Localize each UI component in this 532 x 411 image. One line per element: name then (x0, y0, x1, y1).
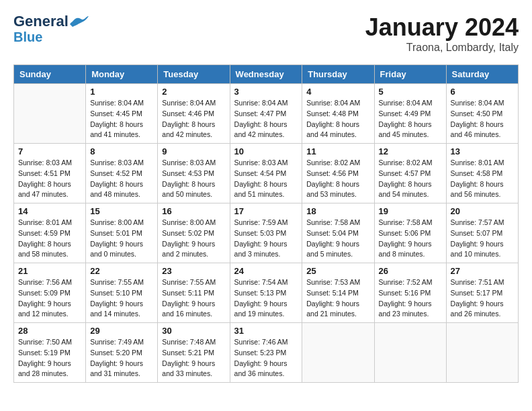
day-number: 11 (306, 146, 369, 156)
calendar-cell: 16Sunrise: 8:00 AMSunset: 5:02 PMDayligh… (158, 203, 230, 263)
day-info: Sunrise: 7:57 AMSunset: 5:07 PMDaylight:… (451, 218, 514, 260)
calendar-cell: 10Sunrise: 8:03 AMSunset: 4:54 PMDayligh… (230, 144, 302, 203)
calendar-cell: 5Sunrise: 8:04 AMSunset: 4:49 PMDaylight… (374, 84, 446, 144)
calendar-header-row: SundayMondayTuesdayWednesdayThursdayFrid… (14, 65, 519, 84)
day-of-week-header: Friday (374, 65, 446, 84)
day-of-week-header: Monday (86, 65, 158, 84)
day-info: Sunrise: 8:02 AMSunset: 4:56 PMDaylight:… (306, 158, 369, 200)
day-info: Sunrise: 8:03 AMSunset: 4:53 PMDaylight:… (162, 158, 225, 200)
calendar-cell: 2Sunrise: 8:04 AMSunset: 4:46 PMDaylight… (158, 84, 230, 144)
day-number: 30 (162, 326, 225, 336)
calendar-cell: 28Sunrise: 7:50 AMSunset: 5:19 PMDayligh… (14, 323, 86, 383)
day-number: 18 (306, 206, 369, 216)
day-number: 7 (18, 146, 81, 156)
day-number: 19 (379, 206, 442, 216)
day-info: Sunrise: 7:46 AMSunset: 5:23 PMDaylight:… (234, 337, 298, 379)
day-of-week-header: Sunday (14, 65, 86, 84)
day-number: 22 (90, 266, 153, 276)
calendar-cell: 18Sunrise: 7:58 AMSunset: 5:04 PMDayligh… (302, 203, 374, 263)
calendar-cell (446, 323, 518, 383)
day-info: Sunrise: 8:01 AMSunset: 4:59 PMDaylight:… (18, 218, 81, 260)
calendar-week-row: 1Sunrise: 8:04 AMSunset: 4:45 PMDaylight… (14, 84, 519, 144)
day-info: Sunrise: 7:58 AMSunset: 5:06 PMDaylight:… (379, 218, 442, 260)
calendar-cell: 25Sunrise: 7:53 AMSunset: 5:14 PMDayligh… (302, 263, 374, 323)
day-number: 29 (90, 326, 153, 336)
day-number: 16 (162, 206, 225, 216)
calendar-cell: 8Sunrise: 8:03 AMSunset: 4:52 PMDaylight… (86, 144, 158, 203)
calendar-week-row: 7Sunrise: 8:03 AMSunset: 4:51 PMDaylight… (14, 144, 519, 203)
calendar-cell: 31Sunrise: 7:46 AMSunset: 5:23 PMDayligh… (230, 323, 302, 383)
day-of-week-header: Thursday (302, 65, 374, 84)
day-info: Sunrise: 7:53 AMSunset: 5:14 PMDaylight:… (306, 277, 369, 320)
day-of-week-header: Saturday (446, 65, 518, 84)
day-number: 2 (162, 87, 225, 97)
location: Traona, Lombardy, Italy (365, 42, 519, 54)
calendar-cell (374, 323, 446, 383)
day-info: Sunrise: 7:50 AMSunset: 5:19 PMDaylight:… (18, 337, 81, 379)
calendar-cell: 13Sunrise: 8:01 AMSunset: 4:58 PMDayligh… (446, 144, 518, 203)
day-number: 27 (451, 266, 514, 276)
calendar-cell: 14Sunrise: 8:01 AMSunset: 4:59 PMDayligh… (14, 203, 86, 263)
day-info: Sunrise: 8:04 AMSunset: 4:45 PMDaylight:… (90, 98, 153, 140)
calendar-cell: 27Sunrise: 7:51 AMSunset: 5:17 PMDayligh… (446, 263, 518, 323)
day-number: 12 (379, 146, 442, 156)
day-number: 23 (162, 266, 225, 276)
day-info: Sunrise: 8:00 AMSunset: 5:01 PMDaylight:… (90, 218, 153, 260)
day-number: 17 (234, 206, 298, 216)
day-info: Sunrise: 8:04 AMSunset: 4:49 PMDaylight:… (379, 98, 442, 140)
calendar-cell: 20Sunrise: 7:57 AMSunset: 5:07 PMDayligh… (446, 203, 518, 263)
day-info: Sunrise: 7:52 AMSunset: 5:16 PMDaylight:… (379, 277, 442, 320)
day-number: 8 (90, 146, 153, 156)
day-number: 20 (451, 206, 514, 216)
day-info: Sunrise: 8:02 AMSunset: 4:57 PMDaylight:… (379, 158, 442, 200)
day-number: 14 (18, 206, 81, 216)
day-info: Sunrise: 8:00 AMSunset: 5:02 PMDaylight:… (162, 218, 225, 260)
logo-bird-icon (70, 15, 89, 28)
calendar-week-row: 21Sunrise: 7:56 AMSunset: 5:09 PMDayligh… (14, 263, 519, 323)
day-info: Sunrise: 8:04 AMSunset: 4:47 PMDaylight:… (234, 98, 298, 140)
title-section: January 2024 Traona, Lombardy, Italy (365, 13, 519, 54)
calendar-week-row: 28Sunrise: 7:50 AMSunset: 5:19 PMDayligh… (14, 323, 519, 383)
day-info: Sunrise: 7:55 AMSunset: 5:11 PMDaylight:… (162, 277, 225, 320)
calendar-cell: 7Sunrise: 8:03 AMSunset: 4:51 PMDaylight… (14, 144, 86, 203)
day-number: 9 (162, 146, 225, 156)
calendar-cell: 21Sunrise: 7:56 AMSunset: 5:09 PMDayligh… (14, 263, 86, 323)
logo-general: General (13, 13, 69, 30)
day-number: 6 (451, 87, 514, 97)
day-number: 28 (18, 326, 81, 336)
day-number: 5 (379, 87, 442, 97)
day-number: 21 (18, 266, 81, 276)
calendar-table: SundayMondayTuesdayWednesdayThursdayFrid… (13, 64, 519, 383)
day-of-week-header: Wednesday (230, 65, 302, 84)
day-info: Sunrise: 7:55 AMSunset: 5:10 PMDaylight:… (90, 277, 153, 320)
calendar-cell: 19Sunrise: 7:58 AMSunset: 5:06 PMDayligh… (374, 203, 446, 263)
day-info: Sunrise: 8:01 AMSunset: 4:58 PMDaylight:… (451, 158, 514, 200)
calendar-cell: 6Sunrise: 8:04 AMSunset: 4:50 PMDaylight… (446, 84, 518, 144)
day-number: 25 (306, 266, 369, 276)
day-info: Sunrise: 8:03 AMSunset: 4:54 PMDaylight:… (234, 158, 298, 200)
calendar-cell: 17Sunrise: 7:59 AMSunset: 5:03 PMDayligh… (230, 203, 302, 263)
calendar-cell (14, 84, 86, 144)
day-info: Sunrise: 8:03 AMSunset: 4:51 PMDaylight:… (18, 158, 81, 200)
calendar-cell: 22Sunrise: 7:55 AMSunset: 5:10 PMDayligh… (86, 263, 158, 323)
calendar-cell: 24Sunrise: 7:54 AMSunset: 5:13 PMDayligh… (230, 263, 302, 323)
calendar-cell: 30Sunrise: 7:48 AMSunset: 5:21 PMDayligh… (158, 323, 230, 383)
calendar-cell: 4Sunrise: 8:04 AMSunset: 4:48 PMDaylight… (302, 84, 374, 144)
day-info: Sunrise: 8:04 AMSunset: 4:46 PMDaylight:… (162, 98, 225, 140)
calendar-cell: 9Sunrise: 8:03 AMSunset: 4:53 PMDaylight… (158, 144, 230, 203)
day-number: 4 (306, 87, 369, 97)
day-number: 13 (451, 146, 514, 156)
day-info: Sunrise: 7:48 AMSunset: 5:21 PMDaylight:… (162, 337, 225, 379)
day-number: 3 (234, 87, 298, 97)
calendar-cell: 23Sunrise: 7:55 AMSunset: 5:11 PMDayligh… (158, 263, 230, 323)
day-number: 26 (379, 266, 442, 276)
calendar-cell: 12Sunrise: 8:02 AMSunset: 4:57 PMDayligh… (374, 144, 446, 203)
calendar-cell: 26Sunrise: 7:52 AMSunset: 5:16 PMDayligh… (374, 263, 446, 323)
day-info: Sunrise: 7:51 AMSunset: 5:17 PMDaylight:… (451, 277, 514, 320)
day-number: 1 (90, 87, 153, 97)
logo: General Blue (13, 13, 89, 44)
calendar-cell: 15Sunrise: 8:00 AMSunset: 5:01 PMDayligh… (86, 203, 158, 263)
day-number: 15 (90, 206, 153, 216)
day-info: Sunrise: 7:54 AMSunset: 5:13 PMDaylight:… (234, 277, 298, 320)
calendar-cell: 11Sunrise: 8:02 AMSunset: 4:56 PMDayligh… (302, 144, 374, 203)
